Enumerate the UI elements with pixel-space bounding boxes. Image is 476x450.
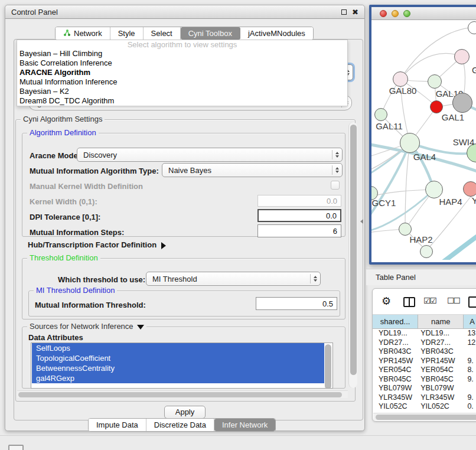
bottom-tab-bar: Impute Data Discretize Data Infer Networ… — [88, 418, 276, 432]
split-columns-icon[interactable] — [403, 297, 415, 307]
table-cell: YDR27... — [418, 338, 464, 348]
network-node[interactable] — [430, 100, 443, 113]
algorithm-option[interactable]: Dream8 DC_TDC Algorithm — [17, 96, 347, 106]
float-window-icon[interactable] — [341, 9, 347, 15]
select-all-checkboxes-icon[interactable]: ☑☑ — [423, 296, 436, 305]
aracne-mode-label: Aracne Mode: — [30, 151, 80, 160]
dpi-tolerance-field[interactable] — [257, 209, 341, 222]
table-row[interactable]: YIL052CYIL052C0. — [373, 402, 476, 412]
cyni-algorithm-settings-group: Cyni Algorithm Settings Algorithm Defini… — [15, 119, 356, 402]
tab-jactivemnodules[interactable]: jActiveMNodules — [240, 27, 313, 40]
network-node[interactable] — [400, 133, 420, 153]
table-header-row: shared... name A — [373, 315, 476, 329]
table-cell: YDR27... — [373, 338, 418, 348]
algorithm-definition-title: Algorithm Definition — [27, 129, 99, 137]
table-cell: YBL079W — [418, 384, 464, 393]
tab-label: Select — [151, 29, 172, 38]
table-row[interactable]: YLR345WYLR345W9. — [373, 393, 476, 403]
control-panel-window: Control Panel ✖ Network Style Select Cyn… — [5, 5, 365, 431]
algorithm-option-selected[interactable]: ARACNE Algorithm — [17, 68, 347, 77]
table-toolbar: ⚙ ☑☑ ☐☐ — [373, 289, 476, 315]
tab-label: Discretize Data — [154, 420, 206, 429]
control-panel-titlebar[interactable]: Control Panel ✖ — [5, 5, 364, 19]
attribute-item[interactable]: SelfLoops — [32, 343, 324, 353]
mi-type-combobox[interactable]: Naive Bayes — [162, 163, 343, 177]
settings-horizontal-scrollbar[interactable] — [17, 390, 348, 398]
zoom-traffic-light-icon[interactable] — [403, 10, 410, 17]
algorithm-option[interactable]: Mutual Information Inference — [17, 77, 347, 87]
tab-label: Style — [118, 29, 135, 38]
apply-button[interactable]: Apply — [164, 406, 206, 419]
table-row[interactable]: YDR27...YDR27...12 — [373, 338, 476, 348]
network-node[interactable] — [374, 108, 387, 121]
attributes-list-scrollbar[interactable] — [325, 344, 331, 387]
column-header-shared-name[interactable]: shared... — [373, 315, 418, 328]
panel-splitter-handle[interactable] — [360, 219, 363, 224]
table-cell: 8. — [464, 366, 476, 375]
settings-group-title: Cyni Algorithm Settings — [21, 115, 105, 123]
close-traffic-light-icon[interactable] — [380, 10, 387, 17]
network-node[interactable] — [452, 93, 472, 113]
network-node[interactable] — [420, 245, 433, 258]
table-row[interactable]: YPR145WYPR145W9. — [373, 357, 476, 366]
table-row[interactable]: YBL079WYBL079W — [373, 384, 476, 393]
table-row[interactable]: YDL19...YDL19...13 — [373, 329, 476, 338]
which-threshold-combobox[interactable]: MI Threshold — [146, 272, 321, 286]
collapsed-panel-icon[interactable] — [8, 445, 24, 450]
network-node[interactable] — [454, 49, 470, 64]
tab-infer-network[interactable]: Infer Network — [214, 419, 275, 431]
cyni-toolbox-panel: galFiltered.sif default node Select algo… — [14, 39, 363, 420]
mi-steps-field[interactable] — [257, 224, 341, 237]
aracne-mode-combobox[interactable]: Discovery — [77, 148, 343, 162]
table-cell: YER054C — [418, 366, 464, 375]
table-horizontal-scrollbar[interactable] — [373, 413, 476, 420]
sources-group-title[interactable]: Sources for Network Inference — [27, 322, 146, 331]
table-cell: YBR043C — [373, 347, 418, 357]
attribute-item[interactable]: gal4RGexp — [32, 373, 324, 383]
table-cell — [464, 384, 476, 393]
tab-discretize-data[interactable]: Discretize Data — [146, 419, 214, 431]
table-cell — [464, 347, 476, 357]
tab-select[interactable]: Select — [144, 27, 181, 40]
table-row[interactable]: YBR045CYBR045C9. — [373, 375, 476, 384]
hub-tf-disclosure[interactable]: Hub/Transcription Factor Definition — [28, 240, 166, 249]
manual-kernel-checkbox[interactable] — [331, 181, 340, 190]
table-cell: YIL052C — [418, 402, 464, 412]
chevron-down-icon — [137, 325, 144, 330]
algorithm-option[interactable]: Basic Correlation Inference — [17, 58, 347, 68]
algorithm-option[interactable]: Bayesian – Hill Climbing — [17, 49, 347, 58]
minimize-traffic-light-icon[interactable] — [392, 10, 399, 17]
network-node[interactable] — [463, 181, 476, 197]
column-header-name[interactable]: name — [418, 315, 464, 328]
tab-cyni-toolbox[interactable]: Cyni Toolbox — [181, 27, 240, 40]
data-attributes-list[interactable]: SelfLoopsTopologicalCoefficientBetweenne… — [31, 343, 333, 389]
tab-impute-data[interactable]: Impute Data — [89, 419, 146, 431]
close-icon[interactable]: ✖ — [352, 8, 358, 16]
dpi-tolerance-label: DPI Tolerance [0,1]: — [30, 213, 100, 221]
table-document-icon[interactable] — [468, 296, 476, 308]
mi-threshold-field[interactable] — [256, 297, 337, 310]
algorithm-dropdown-placeholder: Select algorithm to view settings — [17, 40, 347, 49]
network-node[interactable] — [428, 74, 442, 89]
gear-icon[interactable]: ⚙ — [382, 296, 391, 306]
tab-label: Impute Data — [96, 420, 138, 429]
network-node[interactable] — [393, 71, 408, 87]
column-header-third[interactable]: A — [464, 315, 476, 328]
tab-style[interactable]: Style — [110, 27, 144, 40]
tab-network[interactable]: Network — [56, 27, 110, 40]
settings-vertical-scrollbar[interactable] — [348, 122, 357, 388]
network-window-titlebar[interactable] — [371, 7, 476, 20]
network-node[interactable] — [425, 181, 443, 198]
deselect-all-checkboxes-icon[interactable]: ☐☐ — [447, 296, 459, 305]
table-cell: YBL079W — [373, 384, 418, 393]
attribute-item[interactable]: BetweennessCentrality — [32, 363, 324, 373]
tab-label: Infer Network — [222, 420, 268, 429]
table-row[interactable]: YBR043CYBR043C — [373, 347, 476, 357]
network-canvas[interactable]: GALGAL80GAL10GAL1GAL11SWI4GAL4GCY1HAP4YH… — [371, 20, 476, 260]
algorithm-option[interactable]: Bayesian – K2 — [17, 87, 347, 96]
table-cell: 9. — [464, 357, 476, 366]
network-view-window[interactable]: GALGAL80GAL10GAL1GAL11SWI4GAL4GCY1HAP4YH… — [369, 5, 476, 265]
attribute-item[interactable]: TopologicalCoefficient — [32, 353, 324, 363]
kernel-width-field[interactable] — [257, 195, 341, 207]
table-row[interactable]: YER054CYER054C8. — [373, 366, 476, 375]
